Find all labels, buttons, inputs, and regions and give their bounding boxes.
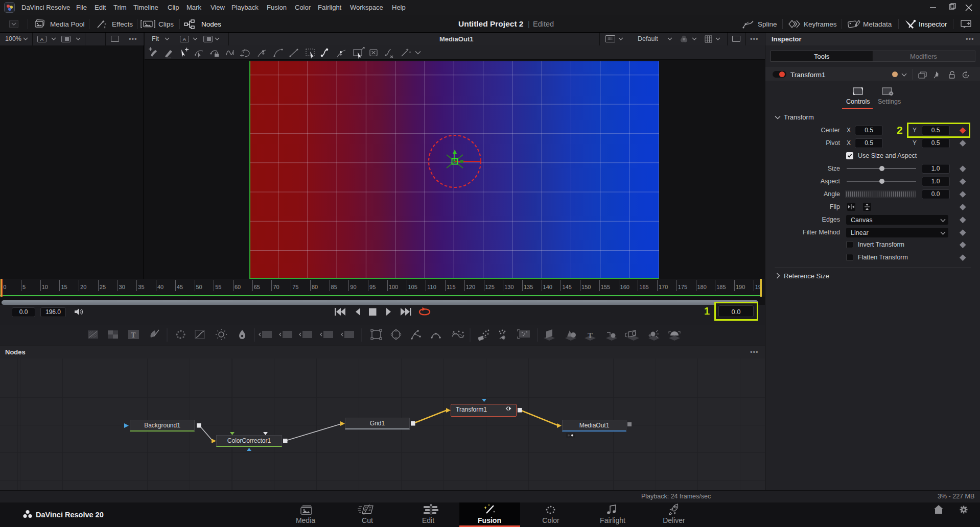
svg-text:T: T	[588, 331, 593, 340]
svg-text:T: T	[131, 331, 136, 339]
